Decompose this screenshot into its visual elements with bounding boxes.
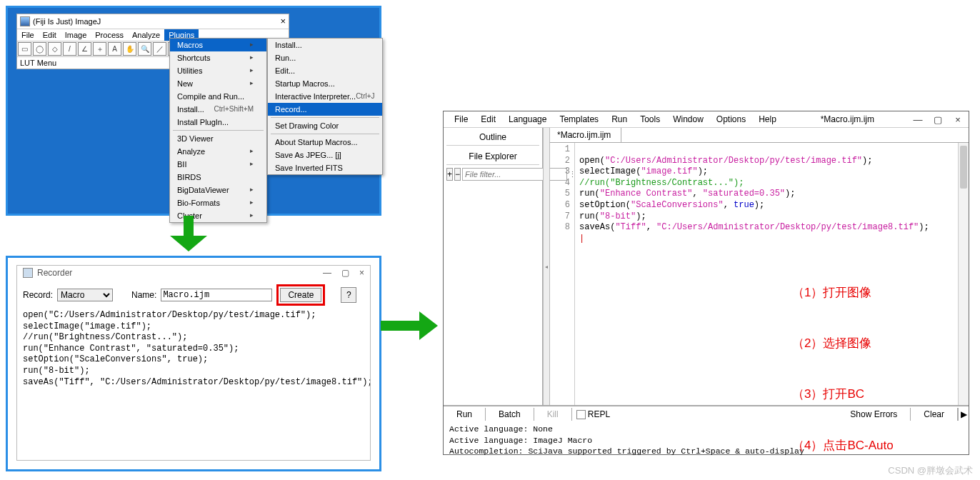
macros-dropdown: Install...Run...Edit...Startup Macros...… [267,38,383,175]
menu-process[interactable]: Process [91,29,128,41]
tool-free[interactable]: / [63,42,76,56]
expand-button[interactable]: + [446,168,453,181]
ed-menu-language[interactable]: Language [502,112,553,126]
close-icon[interactable]: × [280,17,286,26]
fiji-titlebar: (Fiji Is Just) ImageJ × [17,14,289,29]
record-label: Record: [23,290,53,300]
menu-item-birds[interactable]: BIRDS [170,171,266,184]
ed-menu-options[interactable]: Options [710,112,752,126]
editor-tabs: *Macro.ijm.ijm [550,128,969,143]
menu-edit[interactable]: Edit [39,29,61,41]
editor-main-pane: *Macro.ijm.ijm 12345678 open("C:/Users/A… [550,128,969,405]
batch-button[interactable]: Batch [486,408,534,421]
code-lines[interactable]: open("C:/Users/Administrator/Desktop/py/… [575,143,969,405]
name-label: Name: [131,290,156,300]
fiji-app-icon [20,16,30,26]
file-explorer-header[interactable]: File Explorer [446,149,539,165]
arrow-down-icon [170,216,207,251]
ed-menu-file[interactable]: File [448,112,474,126]
recorder-code-area[interactable]: open("C:/Users/Administrator/Desktop/py/… [17,310,370,388]
recorder-title: Recorder [37,268,72,278]
fiji-desktop-panel: (Fiji Is Just) ImageJ × File Edit Image … [6,6,381,216]
collapse-button[interactable]: − [454,168,461,181]
tool-text[interactable]: A [108,42,121,56]
code-editor[interactable]: 12345678 open("C:/Users/Administrator/De… [550,143,969,405]
plugins-dropdown: MacrosShortcutsUtilitiesNewCompile and R… [169,38,267,223]
vertical-scrollbar[interactable] [958,143,969,405]
run-button[interactable]: Run [444,408,486,421]
recorder-controls-row: Record: Macro Name: Create ? [17,280,370,310]
recorder-app-icon [23,268,33,278]
editor-left-pane: Outline File Explorer + − ⋮ [444,128,543,405]
menu-item-save-as-jpeg-j-[interactable]: Save As JPEG... [j] [268,149,382,161]
tool-poly[interactable]: ◇ [48,42,61,56]
close-icon[interactable]: × [359,268,364,278]
create-button-highlight: Create [276,284,325,306]
ed-menu-tools[interactable]: Tools [634,112,666,126]
macro-name-input[interactable] [161,289,272,301]
tool-zoom[interactable]: 🔍 [138,42,151,56]
menu-item-shortcuts[interactable]: Shortcuts [170,51,266,64]
menu-item-bigdataviewer[interactable]: BigDataViewer [170,184,266,196]
menu-item-new[interactable]: New [170,77,266,90]
clear-button[interactable]: Clear [911,408,958,421]
outline-header[interactable]: Outline [446,129,539,146]
menu-item-edit-[interactable]: Edit... [268,64,382,77]
repl-checkbox[interactable]: REPL [576,409,610,419]
close-icon[interactable]: × [953,114,963,124]
tool-rect[interactable]: ▭ [18,42,31,56]
kill-button[interactable]: Kill [534,408,572,421]
editor-menubar: File Edit Language Templates Run Tools W… [444,112,821,126]
menu-image[interactable]: Image [61,29,91,41]
minimize-icon[interactable]: — [913,114,923,124]
menu-item-bii[interactable]: BII [170,158,266,171]
menu-item-interactive-interpreter-[interactable]: Interactive Interpreter...Ctrl+J [268,90,382,103]
menu-item-set-drawing-color[interactable]: Set Drawing Color [268,119,382,132]
menu-item-bio-formats[interactable]: Bio-Formats [170,196,266,209]
menu-item-install-[interactable]: Install...Ctrl+Shift+M [170,103,266,116]
expand-console-icon[interactable]: ▶ [958,408,969,421]
arrow-right-icon [381,311,439,340]
menu-item-compile-and-run-[interactable]: Compile and Run... [170,90,266,103]
menu-item-run-[interactable]: Run... [268,51,382,64]
tool-hand[interactable]: ✋ [123,42,136,56]
ed-menu-run[interactable]: Run [605,112,634,126]
annotation-overlay: （1）打开图像 （2）选择图像 （3）打开BC （4）点击BC-Auto （5）… [792,250,894,480]
menu-item-utilities[interactable]: Utilities [170,64,266,77]
help-button[interactable]: ? [341,287,356,303]
ed-menu-window[interactable]: Window [666,112,710,126]
maximize-icon[interactable]: ▢ [933,114,943,124]
create-button[interactable]: Create [280,288,321,302]
menu-item-startup-macros-[interactable]: Startup Macros... [268,77,382,90]
splitter-handle[interactable]: ◂ [543,128,550,405]
tool-angle[interactable]: ∠ [78,42,91,56]
tool-line[interactable]: ／ [153,42,166,56]
editor-titlebar: File Edit Language Templates Run Tools W… [444,111,969,128]
menu-item-record-[interactable]: Record... [268,103,382,116]
tool-point[interactable]: ＋ [93,42,106,56]
ed-menu-templates[interactable]: Templates [553,112,605,126]
ed-menu-edit[interactable]: Edit [474,112,502,126]
script-editor-window: File Edit Language Templates Run Tools W… [443,111,969,455]
menu-item-install-[interactable]: Install... [268,39,382,51]
menu-item-install-plugin-[interactable]: Install PlugIn... [170,116,266,129]
ed-menu-help[interactable]: Help [752,112,783,126]
fiji-title: (Fiji Is Just) ImageJ [33,17,101,26]
menu-item-save-inverted-fits[interactable]: Save Inverted FITS [268,161,382,174]
recorder-titlebar: Recorder — ▢ × [17,266,370,280]
recorder-window: Recorder — ▢ × Record: Macro Name: Creat… [16,265,371,461]
menu-item-about-startup-macros-[interactable]: About Startup Macros... [268,136,382,149]
menu-analyze[interactable]: Analyze [128,29,164,41]
menu-item-analyze[interactable]: Analyze [170,145,266,158]
maximize-icon[interactable]: ▢ [341,268,349,278]
minimize-icon[interactable]: — [323,268,331,278]
tab-macro-ijm[interactable]: *Macro.ijm.ijm [550,128,621,142]
line-gutter: 12345678 [550,143,575,405]
menu-file[interactable]: File [17,29,39,41]
menu-item-macros[interactable]: Macros [170,39,266,51]
menu-item-3d-viewer[interactable]: 3D Viewer [170,132,266,145]
editor-filename: *Macro.ijm.ijm [821,114,874,124]
tool-oval[interactable]: ◯ [33,42,46,56]
record-mode-select[interactable]: Macro [57,289,113,301]
recorder-panel: Recorder — ▢ × Record: Macro Name: Creat… [6,256,381,471]
